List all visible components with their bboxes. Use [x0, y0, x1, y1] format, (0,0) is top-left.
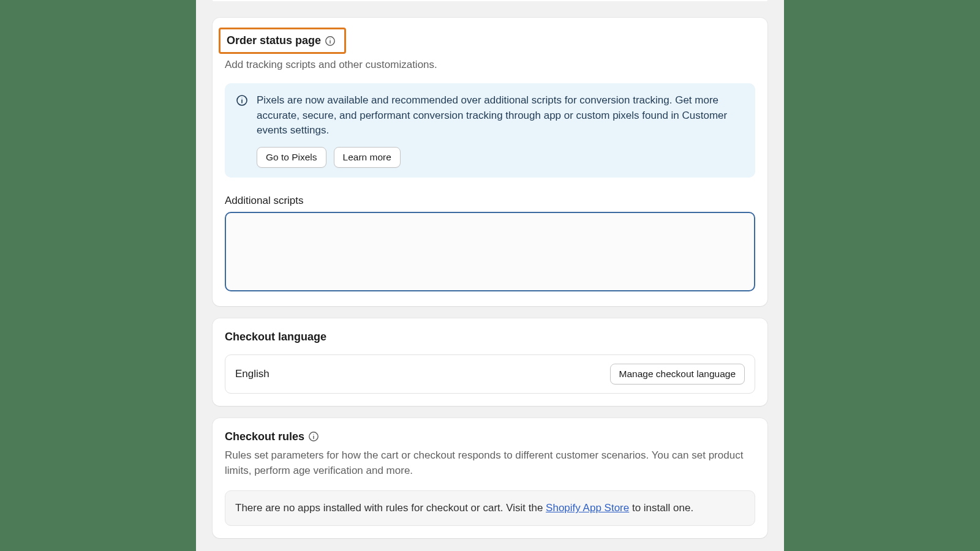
info-icon: [236, 94, 248, 107]
pixels-banner-actions: Go to Pixels Learn more: [257, 147, 744, 168]
checkout-rules-empty-state: There are no apps installed with rules f…: [225, 490, 755, 526]
manage-checkout-language-button[interactable]: Manage checkout language: [610, 364, 745, 384]
order-status-subtitle: Add tracking scripts and other customiza…: [225, 59, 755, 71]
settings-page: Order status page Add tracking scripts a…: [196, 0, 784, 551]
checkout-rules-card: Checkout rules Rules set parameters for …: [213, 418, 767, 538]
empty-text-suffix: to install one.: [629, 502, 693, 514]
svg-point-2: [330, 38, 331, 39]
shopify-app-store-link[interactable]: Shopify App Store: [546, 502, 629, 514]
previous-card-edge: [213, 0, 767, 1]
empty-text-prefix: There are no apps installed with rules f…: [235, 502, 546, 514]
pixels-banner: Pixels are now available and recommended…: [225, 83, 755, 178]
go-to-pixels-button[interactable]: Go to Pixels: [257, 147, 326, 168]
additional-scripts-label: Additional scripts: [225, 195, 755, 207]
checkout-rules-description: Rules set parameters for how the cart or…: [225, 448, 755, 478]
checkout-rules-header: Checkout rules: [225, 430, 755, 443]
checkout-language-card: Checkout language English Manage checkou…: [213, 318, 767, 406]
info-icon[interactable]: [325, 36, 336, 47]
learn-more-button[interactable]: Learn more: [334, 147, 401, 168]
additional-scripts-input[interactable]: [225, 212, 755, 291]
checkout-language-row: English Manage checkout language: [225, 354, 755, 394]
pixels-banner-body: Pixels are now available and recommended…: [257, 93, 744, 168]
checkout-rules-title: Checkout rules: [225, 430, 304, 443]
info-icon[interactable]: [308, 431, 319, 442]
svg-point-8: [314, 434, 314, 435]
order-status-header: Order status page: [225, 30, 755, 54]
order-status-title: Order status page: [227, 34, 321, 47]
order-status-card: Order status page Add tracking scripts a…: [213, 18, 767, 306]
checkout-language-value: English: [235, 368, 270, 380]
order-status-title-highlight: Order status page: [219, 28, 346, 54]
checkout-language-title: Checkout language: [225, 331, 755, 343]
svg-point-5: [241, 97, 242, 98]
pixels-banner-text: Pixels are now available and recommended…: [257, 93, 744, 138]
